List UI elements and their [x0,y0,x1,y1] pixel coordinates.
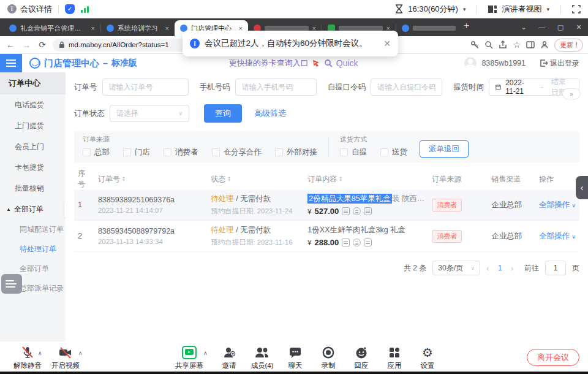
maximize-button[interactable]: ▢ [551,18,570,36]
filter-collapse-button[interactable]: » [562,88,581,99]
checkbox-icon[interactable] [212,148,220,156]
meeting-details-label[interactable]: 会议详情 [20,4,52,15]
start-date-value[interactable]: 2022-11-21 [505,78,533,96]
fullscreen-icon[interactable] [572,5,581,13]
phone-icon[interactable] [364,207,372,215]
tab-close-icon[interactable]: × [91,25,95,32]
phone-input[interactable] [242,83,310,91]
sidebar-section-order-center[interactable]: 订单中心 [0,72,66,94]
password-key-icon[interactable] [470,40,479,49]
video-options-caret[interactable]: ∧ [78,350,83,356]
checkbox-store[interactable]: 门店 [123,147,150,158]
new-tab-button[interactable]: + [464,20,469,31]
hamburger-menu-icon[interactable] [0,54,22,72]
order-status-select[interactable]: 请选择 ∨ [110,105,189,122]
invite-button[interactable]: 邀请 [211,345,247,370]
zoom-icon[interactable] [484,40,493,49]
sidebar-item-batch-verify[interactable]: 批量核销 [0,178,66,199]
reload-button[interactable]: ⟳ [37,40,48,50]
side-panel-icon[interactable] [526,40,535,49]
meeting-timer[interactable]: 16:30(60分钟) [408,4,458,15]
checkbox-warehouse-share[interactable]: 仓分享合作 [212,147,262,158]
current-page[interactable]: 1 [496,264,505,272]
security-shield-icon[interactable]: ✓ [65,4,75,14]
invoice-icon[interactable] [342,207,350,215]
quick-label[interactable]: Quick [336,58,358,68]
members-button[interactable]: 成员(4) [244,345,280,370]
goto-page-input[interactable] [545,261,566,275]
checkbox-delivery[interactable]: 送货 [380,147,407,158]
next-page-button[interactable]: › [511,264,513,273]
table-row[interactable]: 2 83859345088979792a 2023-11-13 14:33:34… [74,221,579,252]
checkbox-icon[interactable] [83,148,91,156]
sidebar-item-member-visit[interactable]: 会员上门 [0,136,66,157]
view-dropdown-icon[interactable]: ▾ [546,6,549,12]
prev-page-button[interactable]: ‹ [486,264,489,273]
reactions-button[interactable]: 回应 [344,345,379,370]
all-actions-dropdown[interactable]: 全部操作 ∨ [539,232,576,240]
share-screen-button[interactable]: 共享屏幕 [172,345,207,370]
checkbox-hq[interactable]: 总部 [83,147,110,158]
page-size-select[interactable]: 30条/页 ∨ [432,261,480,275]
tabs-menu-icon[interactable]: ⌄ [514,18,533,36]
search-button[interactable]: 查询 [204,104,242,123]
sort-icon[interactable]: ▲▼ [122,176,126,182]
checkbox-icon[interactable] [380,148,388,156]
checkbox-self-pickup[interactable]: 自提 [340,147,367,158]
sidebar-item-phone-pickup[interactable]: 电话提货 [0,94,66,115]
checkbox-icon[interactable] [275,148,283,156]
info-icon[interactable]: i [7,4,17,13]
sidebar-group-all-orders[interactable]: ▲ 全部订单 [0,199,66,219]
browser-tab-6[interactable] [396,20,461,36]
forward-button[interactable]: → [21,40,32,50]
pickup-code-input[interactable] [377,83,435,91]
record-button[interactable]: 录制 [311,345,346,370]
apps-button[interactable]: 应用 [377,345,412,370]
checkbox-icon[interactable] [340,148,348,156]
table-row[interactable]: 1 83859389251069376a 2023-11-21 14:14:07… [74,189,579,221]
settings-button[interactable]: ⚙ 设置 [410,345,445,370]
toast-close-icon[interactable]: ✕ [383,39,391,48]
window-close-button[interactable]: ✕ [570,18,588,36]
checkbox-consumer[interactable]: 消费者 [164,147,198,158]
browser-tab-2[interactable]: 系统培训学习 × [101,20,175,36]
view-mode-label[interactable]: 演讲者视图 [502,4,541,15]
sidebar-item-pending-orders[interactable]: 待处理订单 [0,239,66,259]
bookmark-star-icon[interactable]: ☆ [513,40,521,50]
meeting-panel-handle[interactable]: ‹ [576,176,588,199]
profile-icon[interactable] [540,40,549,49]
checkbox-icon[interactable] [164,148,172,156]
annotation-list-button[interactable] [1,274,22,294]
col-order-id[interactable]: 订单号▲▼ [94,169,207,189]
all-actions-dropdown[interactable]: 全部操作 ∨ [539,200,576,209]
promo-link[interactable]: 更快捷的券卡查询入口 [229,58,309,69]
user-avatar[interactable] [464,57,477,69]
back-button[interactable]: ← [5,40,16,50]
sidebar-item-card-pickup[interactable]: 卡包提货 [0,157,66,178]
col-content[interactable]: 订单内容▲▼ [304,169,428,189]
timer-dropdown-icon[interactable]: ▾ [463,6,466,12]
tab-close-icon[interactable]: × [165,25,169,32]
order-no-input[interactable] [109,83,182,91]
sidebar-item-city-delivery[interactable]: 同城配送订单 [0,219,66,239]
share-icon[interactable] [499,40,507,49]
start-video-button[interactable]: 开启视频 [48,345,83,370]
dispatch-return-button[interactable]: 派单退回 [420,140,469,158]
gift-icon[interactable] [353,239,361,246]
checkbox-external[interactable]: 外部对接 [275,147,317,158]
chat-button[interactable]: 聊天 [277,345,313,370]
logout-button[interactable]: 退出登录 [540,58,579,69]
minimize-button[interactable]: — [533,18,551,36]
unmute-button[interactable]: 解除静音 [10,345,45,370]
advanced-filter-link[interactable]: 高级筛选 [254,108,286,119]
browser-tab-1[interactable]: 礼盒营销平台管理中心 × [4,20,100,36]
network-signal-icon[interactable] [81,6,89,13]
phone-icon[interactable] [364,239,372,246]
sidebar-item-door-pickup[interactable]: 上门提货 [0,115,66,136]
update-button[interactable]: 更新 ! [554,39,583,52]
checkbox-icon[interactable] [123,148,131,156]
leave-meeting-button[interactable]: 离开会议 [527,349,579,366]
share-options-caret[interactable]: ∧ [203,350,208,356]
promo-area[interactable]: 更快捷的券卡查询入口 Quick [229,58,358,69]
col-status[interactable]: 状态▲▼ [207,169,304,189]
